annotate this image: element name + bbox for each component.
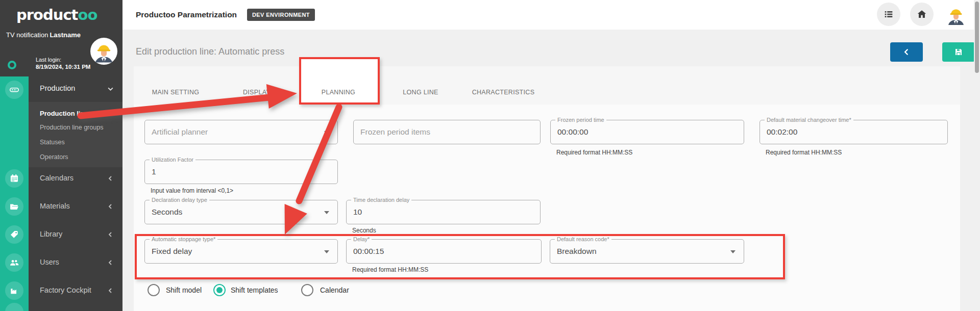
tab-characteristics[interactable]: CHARACTERISTICS: [472, 89, 535, 96]
frozen-period-items-field[interactable]: Frozen period items: [353, 120, 541, 144]
red-box-annotation-planning: [299, 57, 380, 105]
sidebar-item-production[interactable]: Production: [40, 84, 75, 92]
field-label: Default reason code*: [555, 236, 611, 242]
time-declaration-delay-field[interactable]: Time declaration delay 10: [346, 200, 541, 224]
field-label: Frozen period time: [555, 117, 606, 123]
logo-oo: oo: [78, 6, 97, 23]
chevron-down-icon[interactable]: [107, 86, 114, 92]
field-value: 00:00:00: [557, 127, 588, 137]
worker-avatar-icon: [90, 38, 117, 65]
default-reason-code-select[interactable]: Default reason code* Breakdown: [550, 239, 744, 264]
frozen-period-time-field[interactable]: Frozen period time 00:00:00: [550, 120, 744, 144]
app-root: productoo TV notificationLastname Last l…: [0, 0, 980, 311]
sidebar-item-statuses[interactable]: Statuses: [40, 139, 65, 146]
sidebar-icon-rail: [0, 76, 29, 311]
utilization-factor-field[interactable]: Utilization Factor 1: [144, 160, 338, 184]
helper-text: Seconds: [352, 227, 376, 234]
sidebar-item-calendars[interactable]: Calendars: [40, 174, 74, 182]
field-value: 00:02:00: [767, 127, 797, 137]
factory-icon[interactable]: [5, 281, 23, 300]
default-material-changeover-time-field[interactable]: Default material changeover time* 00:02:…: [760, 120, 948, 144]
online-status-icon: [8, 61, 16, 69]
user-name: TV notificationLastname: [6, 31, 95, 39]
user-name-regular: TV notification: [6, 31, 48, 39]
chevron-left-icon[interactable]: [107, 175, 113, 182]
tab-display[interactable]: DISPLAY: [243, 89, 271, 96]
last-login-label: Last login:: [36, 57, 61, 63]
environment-badge: DEV ENVIRONMENT: [247, 9, 315, 21]
right-gutter: [960, 66, 974, 311]
radio-shift-model[interactable]: [148, 284, 160, 296]
helper-text: Input value from interval <0,1>: [151, 187, 233, 194]
worker-avatar-icon: [944, 3, 968, 27]
field-label: Default material changeover time*: [765, 117, 853, 123]
home-button[interactable]: [910, 3, 934, 26]
top-bar: Productoo Parametrization DEV ENVIRONMEN…: [122, 0, 974, 30]
vertical-scrollbar[interactable]: [974, 0, 980, 311]
calendar-icon[interactable]: [5, 169, 23, 188]
productoo-logo[interactable]: productoo: [16, 6, 97, 23]
field-value: Breakdown: [557, 247, 597, 256]
last-login: Last login: 8/19/2024, 10:31 PM: [36, 56, 90, 70]
list-icon: [883, 9, 894, 20]
app-title: Productoo Parametrization: [136, 10, 237, 19]
field-value: 10: [353, 208, 362, 217]
back-button[interactable]: [890, 42, 923, 62]
last-login-value: 8/19/2024, 10:31 PM: [36, 64, 90, 70]
field-label: Delay*: [351, 236, 372, 242]
sidebar-item-materials[interactable]: Materials: [40, 202, 70, 210]
back-chevron-icon: [902, 48, 911, 56]
scrollbar-thumb[interactable]: [975, 2, 979, 73]
sidebar-item-production-line-groups[interactable]: Production line groups: [40, 124, 103, 131]
user-name-bold: Lastname: [50, 31, 81, 39]
delay-field[interactable]: Delay* 00:00:15: [346, 239, 542, 264]
dropdown-caret-icon: [324, 211, 329, 214]
declaration-delay-type-select[interactable]: Declaration delay type Seconds: [144, 200, 338, 224]
radio-calendar[interactable]: [301, 284, 313, 296]
field-value: Fixed delay: [152, 247, 192, 256]
dropdown-caret-icon: [324, 131, 329, 134]
left-gutter: [122, 66, 134, 311]
tab-long-line[interactable]: LONG LINE: [403, 89, 438, 96]
radio-label-shift-model[interactable]: Shift model: [166, 286, 202, 294]
artificial-planner-placeholder: Artificial planner: [152, 127, 208, 137]
radio-label-shift-templates[interactable]: Shift templates: [231, 286, 278, 294]
dropdown-caret-icon: [730, 250, 736, 253]
user-avatar[interactable]: [90, 38, 117, 65]
save-icon: [954, 47, 963, 57]
field-value: Seconds: [152, 208, 182, 217]
dropdown-caret-icon: [324, 250, 329, 253]
field-label: Time declaration delay: [351, 197, 411, 203]
users-icon[interactable]: [5, 253, 23, 272]
sidebar-item-operators[interactable]: Operators: [40, 153, 68, 161]
page-title: Edit production line: Automatic press: [136, 46, 284, 57]
tab-planning[interactable]: PLANNING: [322, 89, 355, 96]
field-value: 1: [152, 167, 156, 176]
sidebar-item-users[interactable]: Users: [40, 258, 59, 266]
chevron-left-icon[interactable]: [107, 260, 113, 266]
profile-avatar[interactable]: [944, 3, 968, 27]
home-icon: [916, 9, 927, 20]
materials-folder-icon[interactable]: [5, 197, 23, 216]
field-label: Utilization Factor: [150, 157, 195, 163]
chevron-left-icon[interactable]: [107, 203, 113, 210]
artificial-planner-select[interactable]: Artificial planner: [144, 120, 338, 144]
chevron-left-icon[interactable]: [107, 288, 113, 294]
field-label: Automatic stoppage type*: [150, 236, 217, 242]
helper-text: Required format HH:MM:SS: [556, 149, 632, 156]
production-line-icon[interactable]: [5, 81, 23, 99]
tabs-strip: [134, 66, 960, 105]
page-header-band: Edit production line: Automatic press: [122, 30, 974, 66]
library-tag-icon[interactable]: [5, 225, 23, 244]
sidebar-item-factory-cockpit[interactable]: Factory Cockpit: [40, 286, 91, 294]
radio-shift-templates[interactable]: [213, 284, 226, 296]
list-menu-button[interactable]: [877, 3, 900, 26]
field-label: Declaration delay type: [150, 197, 209, 203]
tab-main-setting[interactable]: MAIN SETTING: [152, 89, 200, 96]
sidebar-item-library[interactable]: Library: [40, 230, 62, 238]
save-button[interactable]: [942, 42, 975, 62]
automatic-stoppage-type-select[interactable]: Automatic stoppage type* Fixed delay: [144, 239, 338, 264]
chevron-left-icon[interactable]: [107, 231, 113, 238]
radio-label-calendar[interactable]: Calendar: [320, 286, 349, 294]
sidebar-item-production-lines[interactable]: Production lines: [40, 110, 92, 117]
